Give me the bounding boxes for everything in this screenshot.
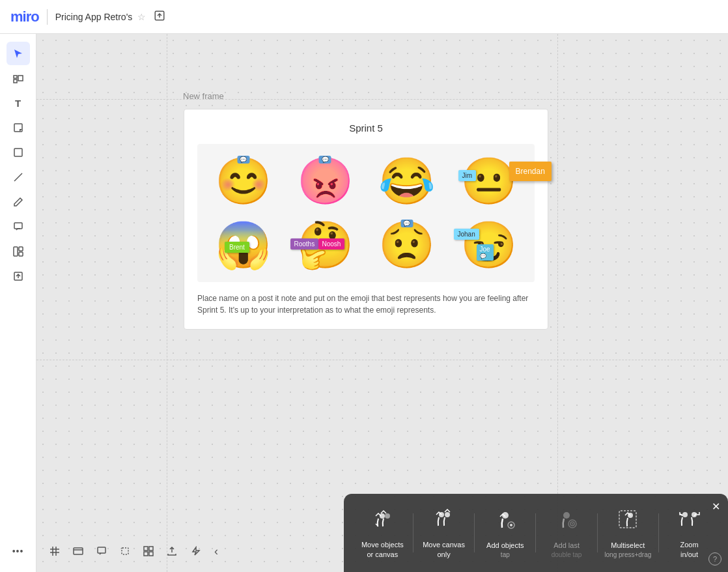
gesture-move-canvas-label: Move canvasonly — [423, 540, 465, 559]
canvas[interactable]: New frame Sprint 5 😊 💬 😠 💬 — [36, 34, 728, 572]
postit-rooths[interactable]: Rooths — [290, 238, 319, 250]
gesture-multiselect-label: Multiselect — [611, 541, 645, 550]
gesture-add-objects-icon — [494, 508, 517, 536]
tool-upload[interactable] — [7, 265, 30, 288]
close-gesture-panel[interactable]: ✕ — [712, 500, 720, 513]
gesture-divider-3 — [535, 513, 536, 552]
star-icon[interactable]: ☆ — [137, 12, 146, 22]
tool-zap[interactable] — [185, 541, 206, 562]
tool-grid-bottom[interactable] — [44, 541, 65, 562]
svg-rect-22 — [144, 552, 148, 556]
postit-jim[interactable]: Jim — [458, 170, 477, 181]
new-frame-label: New frame — [183, 91, 224, 101]
svg-rect-18 — [98, 547, 105, 553]
frame-title: Sprint 5 — [197, 122, 535, 134]
svg-point-27 — [445, 512, 450, 517]
gesture-add-objects-sublabel: tap — [501, 551, 510, 558]
gesture-move-objects-label: Move objectsor canvas — [361, 540, 404, 559]
tool-comment-bottom[interactable] — [91, 541, 112, 562]
tool-table[interactable] — [138, 541, 159, 562]
gesture-move-objects: Move objectsor canvas — [356, 507, 408, 559]
gesture-add-last-label: Add last — [553, 541, 580, 550]
svg-point-28 — [502, 512, 509, 519]
gesture-divider-4 — [597, 513, 598, 552]
gesture-panel: ✕ Move objectsor canvas — [344, 494, 728, 572]
postit-brendan[interactable]: Brendan — [509, 162, 552, 181]
tool-select[interactable] — [7, 42, 30, 65]
emoji-worried: 😟 💬 — [369, 216, 445, 274]
tool-frames[interactable] — [7, 66, 30, 90]
svg-rect-20 — [144, 547, 148, 551]
postit-noosh[interactable]: Noosh — [318, 238, 345, 250]
grid-line — [557, 34, 558, 572]
header: miro Pricing App Retro's ☆ — [0, 0, 728, 34]
tool-export-bottom[interactable] — [161, 541, 182, 562]
svg-point-34 — [572, 523, 573, 524]
bottom-toolbar: ‹ — [44, 541, 224, 562]
gesture-add-last: Add last double tap — [540, 508, 593, 558]
miro-logo: miro — [10, 8, 39, 25]
svg-rect-19 — [122, 548, 128, 554]
svg-rect-21 — [149, 547, 153, 551]
svg-rect-1 — [14, 76, 17, 78]
chat-bubble: 💬 — [237, 156, 249, 164]
postit-brent[interactable]: Brent — [225, 242, 249, 253]
gesture-divider-5 — [658, 513, 659, 552]
emoji-thinking: 🤔 Rooths Noosh — [287, 216, 364, 274]
left-sidebar: T — [0, 34, 36, 572]
gesture-divider-2 — [474, 513, 475, 552]
chat-bubble-angry: 💬 — [319, 156, 331, 164]
gesture-move-canvas: Move canvasonly — [418, 507, 470, 559]
svg-rect-10 — [19, 252, 23, 256]
tool-sticky[interactable] — [7, 116, 30, 139]
svg-rect-7 — [14, 223, 22, 229]
gesture-zoom-label: Zoomin/out — [680, 540, 699, 559]
gesture-multiselect: Multiselect long press+drag — [602, 508, 654, 558]
gesture-move-objects-icon — [371, 507, 394, 535]
tool-more[interactable]: ••• — [7, 539, 30, 563]
tool-shapes[interactable] — [7, 141, 30, 164]
svg-rect-16 — [74, 548, 83, 554]
gesture-items: Move objectsor canvas Move canvasonly — [354, 507, 718, 559]
tool-crop[interactable] — [115, 541, 135, 562]
grid-line — [36, 99, 728, 100]
tool-pencil[interactable] — [7, 190, 30, 214]
frame-description: Place name on a post it note and put on … — [197, 293, 535, 316]
sprint-frame: Sprint 5 😊 💬 😠 💬 😂 — [184, 109, 548, 330]
gesture-multiselect-icon — [616, 508, 639, 536]
chat-bubble-worried: 💬 — [400, 220, 413, 227]
gesture-add-objects-label: Add objects — [486, 541, 524, 550]
tool-comment[interactable] — [7, 215, 30, 238]
grid-line — [167, 34, 167, 572]
svg-rect-8 — [14, 247, 18, 256]
gesture-add-last-sublabel: double tap — [552, 551, 582, 558]
postit-johan[interactable]: Johan — [454, 229, 479, 240]
emoji-smile: 😊 💬 — [205, 152, 282, 210]
svg-rect-23 — [149, 552, 153, 556]
postit-joe[interactable]: Joe 💬 — [477, 244, 494, 261]
tool-layout[interactable] — [7, 240, 30, 263]
help-icon[interactable]: ? — [708, 552, 721, 565]
gesture-move-canvas-icon — [432, 507, 456, 535]
emoji-neutral: 😐 Jim Brendan — [451, 152, 527, 210]
svg-rect-3 — [14, 79, 17, 83]
gesture-multiselect-sublabel: long press+drag — [604, 551, 651, 558]
chevron-button[interactable]: ‹ — [208, 541, 224, 562]
svg-point-25 — [385, 513, 390, 519]
board-title: Pricing App Retro's — [55, 12, 133, 22]
emoji-shocked: 😱 Brent — [205, 216, 282, 274]
svg-rect-9 — [19, 247, 23, 251]
emoji-angry: 😠 💬 — [287, 152, 364, 210]
gesture-zoom-icon — [678, 507, 701, 535]
emoji-smirk: 😏 Johan Joe 💬 — [451, 216, 527, 274]
emoji-grid: 😊 💬 😠 💬 😂 😐 — [197, 144, 535, 282]
upload-icon[interactable] — [154, 10, 165, 24]
svg-rect-5 — [14, 149, 22, 156]
gesture-zoom: Zoomin/out — [664, 507, 716, 559]
tool-text[interactable]: T — [7, 91, 30, 115]
tool-frame-view[interactable] — [68, 541, 89, 562]
gesture-add-objects: Add objects tap — [479, 508, 531, 558]
tool-line[interactable] — [7, 165, 30, 189]
svg-point-37 — [682, 512, 688, 517]
gesture-add-last-icon — [555, 508, 578, 536]
